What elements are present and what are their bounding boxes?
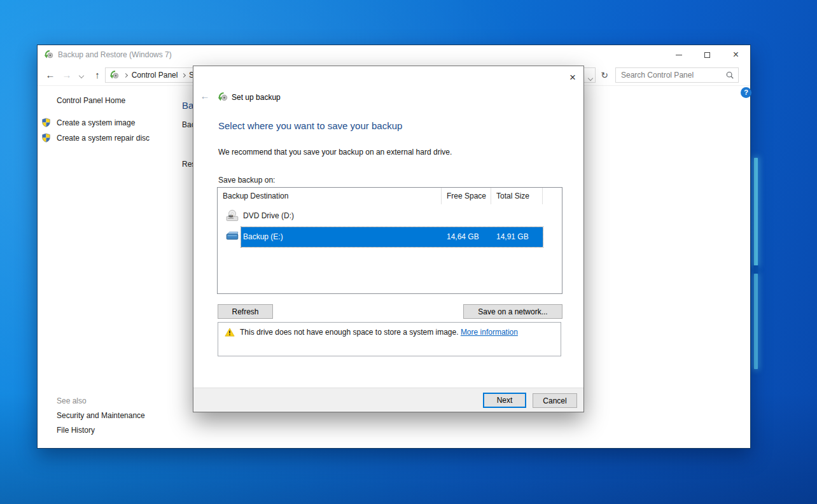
desktop-wallpaper: Backup and Restore (Windows 7) × ← → ↑ <box>0 0 817 504</box>
save-on-network-button[interactable]: Save on a network... <box>463 304 562 319</box>
column-header-backup-destination[interactable]: Backup Destination <box>218 188 442 204</box>
sidebar-item-file-history[interactable]: File History <box>57 426 95 435</box>
refresh-button[interactable]: Refresh <box>218 304 273 319</box>
cancel-button[interactable]: Cancel <box>533 393 577 408</box>
drive-name: Backup (E:) <box>243 232 283 241</box>
back-icon[interactable]: ← <box>43 64 58 86</box>
hard-drive-icon <box>225 230 239 244</box>
sidebar-item-label: Create a system repair disc <box>57 134 150 143</box>
wallpaper-light-beam <box>754 158 758 266</box>
set-up-backup-dialog: × ← Set up backup Select where you want … <box>193 66 584 412</box>
sidebar-item-create-repair-disc[interactable]: Create a system repair disc <box>57 134 150 143</box>
minimize-button[interactable] <box>664 45 693 64</box>
selected-row-highlight[interactable]: Backup (E:) 14,64 GB 14,91 GB <box>241 227 543 247</box>
drive-total-size: 14,91 GB <box>496 232 529 241</box>
recent-locations-chevron-icon[interactable] <box>76 64 87 86</box>
column-header-total-size[interactable]: Total Size <box>491 188 543 204</box>
dvd-drive-icon: DVD <box>225 209 239 223</box>
title-bar[interactable]: Backup and Restore (Windows 7) × <box>38 45 750 64</box>
backup-destination-list[interactable]: Backup Destination Free Space Total Size… <box>217 187 562 294</box>
search-icon[interactable] <box>725 71 734 80</box>
up-icon[interactable]: ↑ <box>90 64 105 86</box>
address-dropdown-chevron-icon[interactable] <box>589 73 592 82</box>
next-button[interactable]: Next <box>483 393 526 408</box>
window-title: Backup and Restore (Windows 7) <box>58 50 172 59</box>
dialog-description: We recommend that you save your backup o… <box>218 148 452 157</box>
dialog-back-icon[interactable]: ← <box>199 90 211 102</box>
column-header-free-space[interactable]: Free Space <box>442 188 491 204</box>
search-input[interactable] <box>621 68 723 82</box>
dialog-close-icon[interactable]: × <box>565 70 580 85</box>
uac-shield-icon <box>41 118 51 127</box>
see-also-heading: See also <box>57 396 87 405</box>
sidebar-item-create-system-image[interactable]: Create a system image <box>57 118 135 127</box>
drive-name: DVD Drive (D:) <box>243 211 294 220</box>
search-box[interactable] <box>615 67 739 83</box>
dialog-heading: Select where you want to save your backu… <box>218 120 402 131</box>
dialog-footer: Next Cancel <box>193 388 583 412</box>
warning-panel: This drive does not have enough space to… <box>218 322 561 356</box>
breadcrumb-separator-icon <box>181 73 186 78</box>
save-backup-on-label: Save backup on: <box>218 176 275 185</box>
backup-app-icon <box>218 92 228 102</box>
refresh-icon[interactable]: ↻ <box>598 67 611 83</box>
list-item-dvd-drive[interactable]: DVD DVD Drive (D:) <box>218 206 562 227</box>
dialog-title: Set up backup <box>232 93 281 102</box>
sidebar-item-label: Create a system image <box>57 118 135 127</box>
backup-app-icon <box>109 70 119 80</box>
warning-text: This drive does not have enough space to… <box>240 328 459 337</box>
drive-free-space: 14,64 GB <box>447 232 479 241</box>
list-item-backup-drive[interactable]: Backup (E:) 14,64 GB 14,91 GB <box>218 227 562 248</box>
sidebar-item-security-and-maintenance[interactable]: Security and Maintenance <box>57 411 145 420</box>
wallpaper-beam-gap <box>753 265 758 274</box>
warning-icon <box>225 328 235 337</box>
list-header: Backup Destination Free Space Total Size <box>218 188 562 204</box>
close-button[interactable]: × <box>722 45 750 64</box>
backup-app-icon <box>44 50 53 59</box>
svg-text:DVD: DVD <box>229 214 233 217</box>
more-information-link[interactable]: More information <box>461 328 518 337</box>
maximize-button[interactable] <box>693 45 722 64</box>
breadcrumb-separator-icon <box>123 73 128 78</box>
wallpaper-light-beam <box>754 274 758 369</box>
help-icon[interactable]: ? <box>741 87 751 98</box>
breadcrumb-item-control-panel[interactable]: Control Panel <box>132 71 178 80</box>
uac-shield-icon <box>41 133 51 143</box>
breadcrumb: Control Panel S <box>109 68 194 82</box>
forward-icon[interactable]: → <box>59 64 74 86</box>
sidebar-item-control-panel-home[interactable]: Control Panel Home <box>57 96 125 105</box>
